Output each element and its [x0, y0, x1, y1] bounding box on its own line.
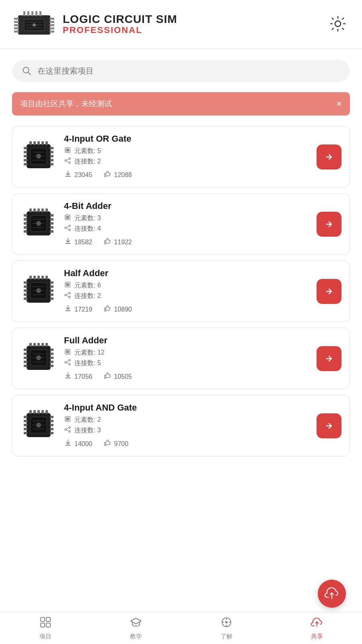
elements-icon	[64, 214, 71, 223]
svg-rect-7	[49, 21, 54, 23]
svg-rect-3	[14, 24, 19, 26]
projects-icon	[39, 616, 51, 631]
svg-rect-59	[50, 214, 53, 217]
downloads-stat: 14000	[64, 439, 93, 449]
svg-rect-141	[24, 416, 27, 418]
svg-point-20	[33, 23, 36, 27]
downloads-stat: 17219	[64, 304, 93, 314]
open-circuit-button[interactable]	[317, 346, 341, 371]
settings-button[interactable]	[326, 12, 350, 37]
svg-rect-9	[49, 27, 54, 29]
svg-rect-117	[50, 349, 53, 351]
card-meta: 元素数: 6 连接数: 2	[64, 281, 309, 300]
like-icon	[104, 170, 112, 180]
connections-value: 连接数: 5	[74, 359, 101, 367]
open-circuit-button[interactable]	[317, 144, 341, 169]
nav-label-explore: 了解	[220, 633, 232, 640]
chip-icon	[21, 407, 57, 445]
nav-item-share[interactable]: 共享	[272, 613, 362, 644]
svg-rect-118	[50, 353, 53, 355]
svg-rect-84	[24, 285, 27, 288]
svg-rect-119	[50, 357, 53, 359]
nav-item-projects[interactable]: 项目	[0, 613, 90, 644]
elements-value: 元素数: 12	[74, 349, 105, 357]
svg-line-138	[66, 363, 69, 364]
svg-rect-116	[24, 365, 27, 367]
card-title: 4-Input OR Gate	[64, 134, 309, 144]
upload-fab-button[interactable]	[318, 580, 346, 608]
arrow-right-icon	[323, 286, 335, 297]
svg-rect-147	[50, 420, 53, 422]
nav-label-learn: 教学	[130, 633, 142, 640]
svg-rect-68	[45, 208, 48, 212]
circuit-card: 4-Input OR Gate 元素数: 5	[12, 126, 350, 188]
arrow-right-icon	[323, 219, 335, 230]
svg-rect-4	[14, 27, 19, 29]
svg-rect-104	[66, 283, 69, 286]
search-input[interactable]	[37, 66, 340, 76]
share-icon	[311, 616, 323, 631]
card-stats: 23045 12088	[64, 170, 309, 180]
connections-icon	[64, 157, 71, 166]
svg-rect-170	[41, 617, 45, 621]
connections-row: 连接数: 5	[64, 359, 309, 367]
downloads-count: 18582	[74, 239, 93, 246]
download-icon	[64, 170, 72, 180]
downloads-count: 17219	[74, 306, 93, 313]
elements-row: 元素数: 5	[64, 147, 309, 155]
connections-row: 连接数: 3	[64, 426, 309, 435]
like-icon	[104, 304, 112, 314]
svg-rect-60	[50, 218, 53, 221]
open-circuit-button[interactable]	[317, 279, 341, 304]
connections-icon	[64, 426, 71, 435]
svg-line-79	[66, 226, 69, 227]
svg-rect-67	[41, 208, 44, 212]
svg-rect-34	[50, 163, 53, 165]
svg-rect-123	[33, 343, 36, 347]
logo-image	[12, 8, 56, 40]
notice-close-button[interactable]: ×	[336, 99, 342, 109]
open-circuit-button[interactable]	[317, 212, 341, 237]
learn-icon	[130, 616, 142, 631]
card-info: Full Adder 元素数: 12	[64, 335, 309, 382]
connections-value: 连接数: 2	[74, 157, 101, 166]
svg-rect-30	[50, 147, 53, 149]
svg-rect-65	[33, 208, 36, 212]
svg-rect-85	[24, 289, 27, 292]
card-info: 4-Input AND Gate 元素数: 2	[64, 402, 309, 449]
svg-rect-8	[49, 24, 54, 26]
svg-rect-96	[41, 276, 44, 279]
open-circuit-button[interactable]	[317, 413, 341, 438]
likes-stat: 12088	[104, 170, 132, 180]
logo-subtitle: PROFESSIONAL	[63, 25, 177, 35]
card-title: Full Adder	[64, 335, 309, 346]
svg-rect-143	[24, 424, 27, 426]
card-info: 4-Input OR Gate 元素数: 5	[64, 134, 309, 180]
search-area	[0, 49, 362, 86]
connections-value: 连接数: 4	[74, 225, 101, 233]
svg-rect-150	[50, 432, 53, 434]
svg-rect-154	[41, 410, 44, 414]
svg-rect-94	[33, 276, 36, 279]
card-stats: 17219 10890	[64, 304, 309, 314]
svg-point-47	[65, 160, 66, 161]
downloads-count: 17056	[74, 373, 93, 380]
nav-item-learn[interactable]: 教学	[90, 613, 181, 644]
arrow-right-icon	[323, 151, 335, 163]
like-icon	[104, 372, 112, 382]
svg-point-163	[65, 429, 66, 430]
connections-row: 连接数: 2	[64, 291, 309, 300]
svg-rect-38	[41, 141, 44, 145]
svg-rect-64	[29, 208, 32, 212]
svg-rect-155	[45, 410, 48, 414]
elements-row: 元素数: 3	[64, 214, 309, 223]
svg-rect-89	[50, 285, 53, 288]
svg-rect-62	[50, 226, 53, 229]
card-meta: 元素数: 12 连接数: 5	[64, 348, 309, 367]
svg-rect-92	[50, 297, 53, 300]
svg-rect-142	[24, 420, 27, 422]
explore-icon	[220, 616, 232, 631]
circuit-card: 4-Input AND Gate 元素数: 2	[12, 395, 350, 456]
nav-item-explore[interactable]: 了解	[181, 613, 272, 644]
elements-icon	[64, 147, 71, 155]
